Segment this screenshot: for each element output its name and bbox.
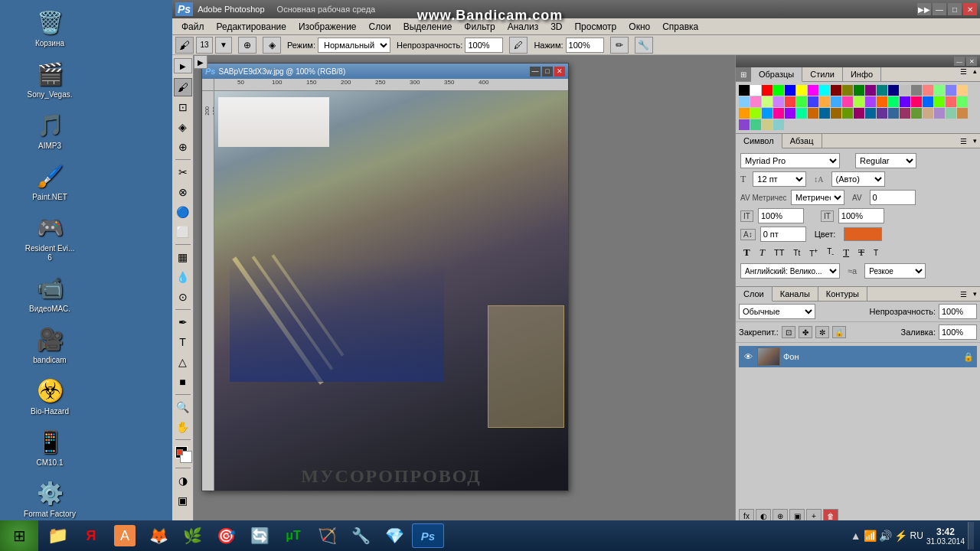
color-swatch[interactable] bbox=[957, 96, 968, 107]
blend-mode-select[interactable]: Обычные bbox=[739, 304, 815, 319]
taskbar-firefox[interactable]: 🦊 bbox=[142, 523, 175, 548]
menu-help[interactable]: Справка bbox=[656, 20, 704, 34]
menu-view[interactable]: Просмотр bbox=[568, 20, 622, 34]
tool-blur[interactable]: 💧 bbox=[174, 268, 192, 286]
tool-clone[interactable]: 🔵 bbox=[174, 203, 192, 221]
color-swatch[interactable] bbox=[831, 96, 841, 107]
icon-format-factory[interactable]: ⚙️ Format Factory bbox=[19, 474, 80, 522]
color-swatch[interactable] bbox=[785, 85, 795, 96]
tray-volume-icon[interactable]: 🔊 bbox=[879, 530, 892, 542]
color-swatch[interactable] bbox=[957, 85, 968, 96]
color-swatch[interactable] bbox=[785, 108, 795, 119]
color-swatch[interactable] bbox=[854, 85, 864, 96]
tab-info[interactable]: Инфо bbox=[843, 67, 881, 81]
tool-pen[interactable]: ✒ bbox=[174, 313, 192, 331]
panel-menu-btn[interactable]: ☰ bbox=[957, 67, 969, 76]
color-swatch[interactable] bbox=[877, 108, 887, 119]
taskbar-explorer[interactable]: 📁 bbox=[41, 523, 74, 548]
color-swatch[interactable] bbox=[819, 85, 830, 96]
tool-eraser[interactable]: ⬜ bbox=[174, 223, 192, 241]
layers-collapse-btn[interactable]: ▾ bbox=[969, 287, 980, 301]
tool-gradient[interactable]: ▦ bbox=[174, 248, 192, 266]
tray-network-icon[interactable]: 📶 bbox=[864, 530, 877, 542]
color-swatch[interactable] bbox=[796, 108, 807, 119]
color-swatch[interactable] bbox=[946, 108, 956, 119]
taskbar-language[interactable]: RU bbox=[910, 530, 923, 541]
scale-h-input[interactable] bbox=[838, 208, 884, 223]
color-swatch[interactable] bbox=[865, 85, 876, 96]
fill-input[interactable] bbox=[939, 324, 977, 340]
color-swatch[interactable] bbox=[739, 119, 750, 130]
panel-collapse-btn[interactable]: ▴ bbox=[969, 67, 980, 75]
tray-icon-up-arrow[interactable]: ▲ bbox=[851, 530, 861, 542]
color-swatch[interactable] bbox=[750, 96, 761, 107]
leading-select[interactable]: (Авто) bbox=[831, 171, 885, 187]
layer-row-fon[interactable]: 👁 Фон 🔒 bbox=[739, 346, 977, 367]
tool-lasso[interactable]: ⊕ bbox=[174, 138, 192, 156]
taskbar-app3[interactable]: 🎯 bbox=[210, 523, 242, 548]
tool-select2[interactable]: ◈ bbox=[174, 118, 192, 136]
fmt-smallcaps[interactable]: Tt bbox=[790, 247, 803, 259]
tool-dodge[interactable]: ⊙ bbox=[174, 288, 192, 306]
color-swatch[interactable] bbox=[888, 85, 899, 96]
tracking-select[interactable]: Метричес... bbox=[791, 190, 844, 205]
color-swatch[interactable] bbox=[796, 96, 807, 107]
lock-position-btn[interactable]: ✤ bbox=[799, 326, 812, 338]
icon-bandicam[interactable]: 🎥 bandicam bbox=[19, 321, 80, 368]
ps-close-btn[interactable]: ✕ bbox=[963, 3, 977, 15]
tool-path[interactable]: △ bbox=[174, 353, 192, 371]
lock-all-btn[interactable]: 🔒 bbox=[832, 326, 846, 338]
color-swatch[interactable] bbox=[762, 85, 773, 96]
taskbar-app1[interactable]: A bbox=[109, 523, 141, 548]
color-swatch[interactable] bbox=[842, 85, 853, 96]
fmt-italic[interactable]: T bbox=[756, 245, 768, 260]
taskbar-photoshop[interactable]: Ps bbox=[412, 523, 444, 548]
kerning-input[interactable] bbox=[870, 190, 916, 205]
brush-options-btn[interactable]: ▼ bbox=[215, 37, 232, 54]
font-style-select[interactable]: Regular bbox=[855, 153, 916, 168]
color-swatch[interactable] bbox=[739, 85, 750, 96]
color-swatch[interactable] bbox=[808, 85, 818, 96]
menu-image[interactable]: Изображение bbox=[292, 20, 363, 34]
menu-layers[interactable]: Слои bbox=[363, 20, 397, 34]
panels-btn2[interactable]: ✕ bbox=[966, 57, 977, 66]
tab-channels[interactable]: Каналы bbox=[773, 287, 818, 301]
tool-text[interactable]: T bbox=[174, 333, 192, 351]
color-swatch[interactable] bbox=[877, 96, 887, 107]
color-swatch[interactable] bbox=[831, 85, 841, 96]
fmt-fract[interactable]: T bbox=[871, 247, 881, 259]
color-swatch[interactable] bbox=[923, 108, 933, 119]
symbol-panel-menu-btn[interactable]: ☰ bbox=[957, 134, 969, 148]
options-icon5[interactable]: 🔧 bbox=[635, 37, 653, 54]
tool-shape[interactable]: ■ bbox=[174, 373, 192, 391]
mode-select[interactable]: Нормальный bbox=[318, 37, 390, 53]
canvas-nav-top-left[interactable]: ▶ bbox=[194, 55, 207, 69]
aliasing-select[interactable]: Резкое bbox=[864, 263, 926, 279]
icon-resident-evil[interactable]: 🎮 Resident Evi... 6 bbox=[19, 209, 80, 266]
color-swatch[interactable] bbox=[923, 85, 933, 96]
tray-power-icon[interactable]: ⚡ bbox=[894, 530, 907, 542]
ps-minimize-btn[interactable]: — bbox=[933, 3, 946, 15]
opacity-input[interactable] bbox=[465, 37, 503, 53]
color-swatch[interactable] bbox=[877, 85, 887, 96]
lock-pixels-btn[interactable]: ⊡ bbox=[782, 326, 795, 338]
color-swatch[interactable] bbox=[946, 85, 956, 96]
menu-file[interactable]: Файл bbox=[175, 20, 211, 34]
fmt-subscript[interactable]: T- bbox=[824, 246, 837, 259]
color-swatch[interactable] bbox=[923, 96, 933, 107]
panels-btn1[interactable]: — bbox=[954, 57, 965, 66]
tool-patch[interactable]: ⊗ bbox=[174, 183, 192, 201]
color-swatch[interactable] bbox=[934, 108, 945, 119]
color-swatch[interactable] bbox=[808, 96, 818, 107]
ps-maximize-btn[interactable]: □ bbox=[948, 3, 962, 15]
color-swatch[interactable] bbox=[854, 96, 864, 107]
tab-layers[interactable]: Слои bbox=[736, 287, 773, 302]
color-swatch[interactable] bbox=[819, 108, 830, 119]
icon-bio-hazard[interactable]: ☣️ Bio-Hazard bbox=[19, 372, 80, 419]
color-swatch[interactable] bbox=[808, 108, 818, 119]
tool-screen[interactable]: ▣ bbox=[174, 491, 192, 510]
fmt-bold[interactable]: T bbox=[740, 245, 753, 260]
options-icon3[interactable]: 🖊 bbox=[509, 37, 528, 54]
color-swatch[interactable] bbox=[750, 119, 761, 130]
tab-swatches[interactable]: Образцы bbox=[751, 67, 802, 82]
